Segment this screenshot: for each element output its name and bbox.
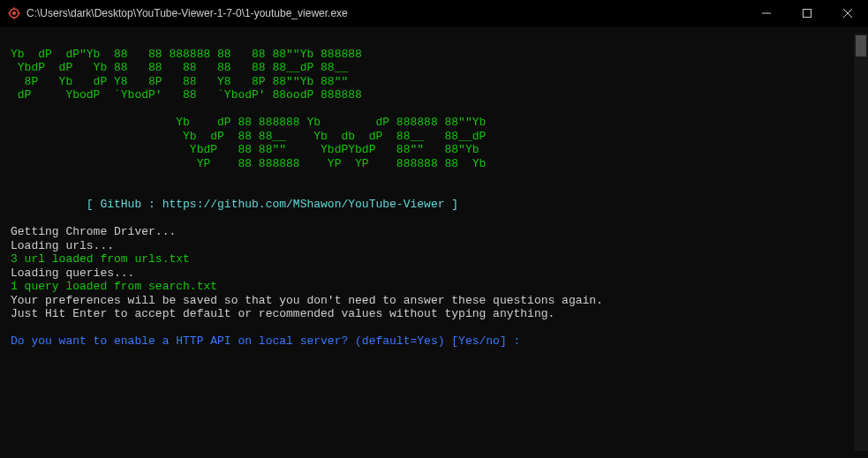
- scrollbar[interactable]: [854, 34, 868, 451]
- prompt-text: Do you want to enable a HTTP API on loca…: [11, 334, 527, 348]
- ascii-art-line: Yb dP 88 88__ Yb db dP 88__ 88__dP: [11, 130, 486, 143]
- ascii-art-line: Yb dP 88 888888 Yb dP 888888 88""Yb: [11, 116, 486, 129]
- minimize-button[interactable]: [746, 0, 787, 26]
- log-success-line: 3 url loaded from urls.txt: [11, 252, 190, 266]
- app-window: C:\Users\dark\Desktop\YouTube-Viewer-1-7…: [0, 0, 868, 458]
- log-line: Just Hit Enter to accept default or reco…: [11, 307, 555, 320]
- window-title: C:\Users\dark\Desktop\YouTube-Viewer-1-7…: [26, 7, 746, 19]
- log-line: Getting Chrome Driver...: [11, 225, 176, 238]
- ascii-art-line: 8P Yb dP Y8 8P 88 Y8 8P 88""Yb 88"": [11, 75, 348, 88]
- close-button[interactable]: [827, 0, 868, 26]
- log-line: Loading urls...: [11, 239, 114, 252]
- log-success-line: 1 query loaded from search.txt: [11, 280, 217, 293]
- ascii-art-line: dP YbodP `YbodP' 88 `YbodP' 88oodP 88888…: [11, 88, 362, 101]
- window-controls: [746, 0, 868, 26]
- ascii-art-line: Yb dP dP"Yb 88 88 888888 88 88 88""Yb 88…: [11, 48, 362, 61]
- terminal-output: Yb dP dP"Yb 88 88 888888 88 88 88""Yb 88…: [11, 34, 854, 451]
- maximize-button[interactable]: [787, 0, 827, 26]
- terminal[interactable]: Yb dP dP"Yb 88 88 888888 88 88 88""Yb 88…: [0, 26, 868, 458]
- ascii-art-line: YbdP dP Yb 88 88 88 88 88 88__dP 88__: [11, 61, 348, 74]
- titlebar: C:\Users\dark\Desktop\YouTube-Viewer-1-7…: [0, 0, 868, 26]
- log-line: Loading queries...: [11, 267, 134, 280]
- ascii-art-line: YbdP 88 88"" YbdPYbdP 88"" 88"Yb: [11, 143, 479, 156]
- svg-rect-7: [804, 10, 811, 18]
- log-line: Your preferences will be saved so that y…: [11, 294, 603, 307]
- scrollbar-thumb[interactable]: [856, 35, 866, 56]
- ascii-art-line: YP 88 888888 YP YP 888888 88 Yb: [11, 157, 486, 170]
- github-link-text: [ GitHub : https://github.com/MShawon/Yo…: [11, 198, 458, 211]
- app-icon: [7, 6, 21, 20]
- svg-point-1: [12, 11, 16, 15]
